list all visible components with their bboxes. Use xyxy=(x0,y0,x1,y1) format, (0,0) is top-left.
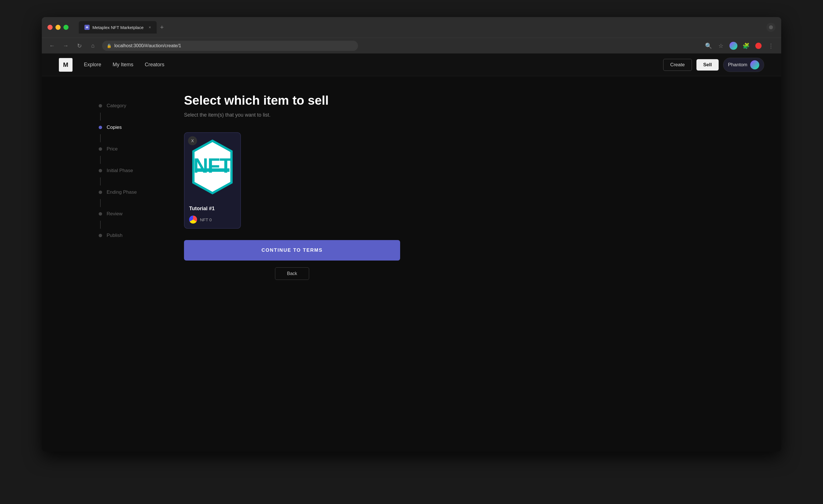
close-button[interactable] xyxy=(47,25,53,30)
sidebar-label-price: Price xyxy=(107,146,118,152)
sidebar-label-review: Review xyxy=(107,211,123,217)
tab-close-button[interactable]: × xyxy=(149,25,151,30)
address-bar[interactable]: 🔒 localhost:3000/#/auction/create/1 xyxy=(102,41,358,51)
back-nav-button[interactable]: ← xyxy=(47,41,56,50)
lock-icon: 🔒 xyxy=(107,43,112,48)
app-content: M Explore My Items Creators Create Sell … xyxy=(42,53,781,452)
sidebar-dot-price xyxy=(99,147,102,151)
search-icon[interactable]: 🔍 xyxy=(704,41,713,50)
tab-title: Metaplex NFT Marketplace xyxy=(93,25,144,30)
sell-button[interactable]: Sell xyxy=(696,59,719,70)
back-button[interactable]: Back xyxy=(275,267,309,280)
nft-card[interactable]: X NFT xyxy=(184,132,241,229)
profile-icon[interactable] xyxy=(729,41,738,50)
page-title: Select which item to sell xyxy=(184,93,440,108)
nft-logo-svg: NFT xyxy=(190,139,235,195)
card-name: Tutorial #1 xyxy=(189,206,236,212)
sidebar-item-category[interactable]: Category xyxy=(99,99,161,113)
card-info: Tutorial #1 NFT 0 xyxy=(185,201,240,228)
app-nav: M Explore My Items Creators Create Sell … xyxy=(42,53,781,76)
phantom-label: Phantom xyxy=(728,62,748,68)
sidebar-line-1 xyxy=(100,113,101,121)
svg-rect-6 xyxy=(195,168,229,172)
new-tab-button[interactable]: + xyxy=(160,24,164,31)
sidebar-item-initial-phase[interactable]: Initial Phase xyxy=(99,164,161,177)
bookmark-icon[interactable]: ☆ xyxy=(716,41,725,50)
sidebar-item-price[interactable]: Price xyxy=(99,142,161,156)
browser-toolbar: ← → ↻ ⌂ 🔒 localhost:3000/#/auction/creat… xyxy=(42,37,781,53)
sidebar-item-ending-phase[interactable]: Ending Phase xyxy=(99,185,161,199)
sidebar-item-review[interactable]: Review xyxy=(99,207,161,221)
browser-extension-icon xyxy=(767,23,776,32)
sidebar: Category Copies Price I xyxy=(99,93,161,400)
sidebar-dot-ending xyxy=(99,191,102,194)
create-button[interactable]: Create xyxy=(663,59,692,71)
nav-links: Explore My Items Creators xyxy=(84,62,164,68)
sidebar-item-copies[interactable]: Copies xyxy=(99,121,161,134)
nav-my-items[interactable]: My Items xyxy=(113,62,133,68)
minimize-button[interactable] xyxy=(55,25,60,30)
sidebar-line-6 xyxy=(100,221,101,229)
sidebar-dot-copies xyxy=(99,126,102,129)
svg-text:NFT: NFT xyxy=(193,154,232,177)
main-layout: Category Copies Price I xyxy=(42,76,781,417)
sidebar-label-publish: Publish xyxy=(107,233,123,238)
sidebar-dot-review xyxy=(99,212,102,215)
nav-creators[interactable]: Creators xyxy=(145,62,164,68)
sidebar-label-initial: Initial Phase xyxy=(107,168,133,173)
tab-bar: Metaplex NFT Marketplace × + xyxy=(79,21,164,33)
page-subtitle: Select the item(s) that you want to list… xyxy=(184,112,440,118)
maximize-button[interactable] xyxy=(63,25,68,30)
sidebar-line-4 xyxy=(100,177,101,185)
tab-favicon xyxy=(85,25,90,30)
nav-explore[interactable]: Explore xyxy=(84,62,101,68)
url-text: localhost:3000/#/auction/create/1 xyxy=(114,43,181,48)
sidebar-label-ending: Ending Phase xyxy=(107,189,137,195)
active-tab[interactable]: Metaplex NFT Marketplace × xyxy=(79,21,157,33)
traffic-lights xyxy=(47,25,68,30)
back-button-wrapper: Back xyxy=(184,267,400,280)
nav-right: Create Sell Phantom xyxy=(663,58,764,72)
sidebar-line-2 xyxy=(100,134,101,142)
sidebar-line-5 xyxy=(100,199,101,207)
extensions-icon[interactable]: 🧩 xyxy=(742,41,751,50)
sidebar-label-copies: Copies xyxy=(107,125,122,130)
menu-icon[interactable]: ⋮ xyxy=(767,41,776,50)
browser-titlebar: Metaplex NFT Marketplace × + xyxy=(42,17,781,37)
svg-point-2 xyxy=(769,25,773,29)
toolbar-actions: 🔍 ☆ 🧩 ⋮ xyxy=(704,41,776,50)
phantom-avatar xyxy=(750,60,759,69)
record-icon[interactable] xyxy=(754,41,763,50)
sidebar-dot-category xyxy=(99,104,102,108)
home-button[interactable]: ⌂ xyxy=(89,41,98,50)
sidebar-label-category: Category xyxy=(107,103,126,109)
app-logo[interactable]: M xyxy=(59,58,72,72)
owner-avatar xyxy=(189,215,197,223)
sidebar-dot-publish xyxy=(99,234,102,237)
owner-label: NFT 0 xyxy=(200,217,211,222)
sidebar-dot-initial xyxy=(99,169,102,172)
forward-nav-button[interactable]: → xyxy=(61,41,70,50)
phantom-wallet-button[interactable]: Phantom xyxy=(723,58,764,72)
sidebar-line-3 xyxy=(100,156,101,164)
card-owner: NFT 0 xyxy=(189,215,236,223)
reload-button[interactable]: ↻ xyxy=(75,41,84,50)
sidebar-item-publish[interactable]: Publish xyxy=(99,229,161,242)
continue-button[interactable]: CONTINUE TO TERMS xyxy=(184,240,400,261)
card-dismiss-button[interactable]: X xyxy=(188,136,197,145)
content-area: Select which item to sell Select the ite… xyxy=(184,93,440,400)
